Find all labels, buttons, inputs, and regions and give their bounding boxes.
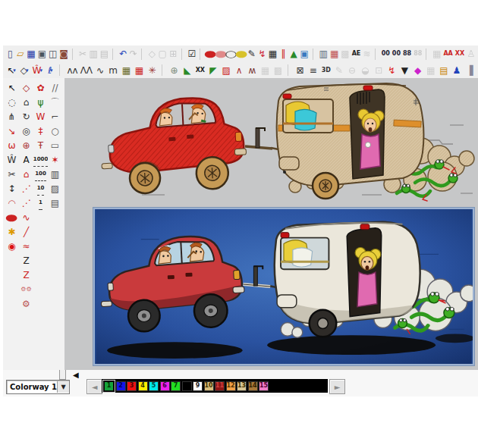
insert-from-scanner-icon[interactable]: ◙ — [58, 47, 69, 61]
stitch-grid-icon[interactable]: ▦ — [268, 47, 278, 61]
cut-tool-icon[interactable]: ✂ — [5, 168, 19, 181]
wave-fill-icon[interactable]: ʍ — [246, 64, 258, 77]
palette-scroll-left-button[interactable]: ◄ — [86, 379, 102, 394]
flower-tool-icon[interactable]: ✿ — [33, 81, 48, 95]
stitch-marks-icon[interactable]: ‖ — [278, 47, 288, 61]
step-fill-icon[interactable]: ▦ — [133, 64, 145, 77]
backstitch-icon[interactable]: m — [107, 64, 119, 77]
diagonal-stitch-2-icon[interactable]: ⋰ — [19, 196, 33, 210]
filter-icon[interactable]: ▼ — [398, 64, 410, 77]
view-design-icon[interactable]: 00 — [381, 47, 391, 61]
color-swatch-10[interactable]: 10 — [204, 381, 214, 391]
color-swatch-13[interactable]: 13 — [237, 381, 247, 391]
triple-run-icon[interactable]: ΛΛ — [80, 64, 93, 77]
team-design-icon[interactable]: ♟ — [451, 64, 463, 77]
fan-tool-icon[interactable]: ◠ — [5, 196, 19, 210]
diagonal-stitch-icon[interactable]: ⋰ — [19, 182, 33, 196]
slash-stitch-icon[interactable]: ╱ — [19, 225, 33, 239]
satin-column-icon[interactable]: ω — [5, 139, 19, 152]
stitch-cursor-icon[interactable]: ↘ — [5, 124, 19, 138]
star-fill-icon[interactable]: ∧ — [233, 64, 245, 77]
crosshatch-fill-icon[interactable]: ▨ — [220, 64, 232, 77]
run-stitch-icon[interactable]: ʌʌ — [66, 64, 78, 77]
select-icon[interactable]: ↖▾ — [5, 64, 17, 77]
ellipse-tool-icon[interactable]: ○ — [48, 124, 62, 138]
closed-shape-icon[interactable]: ⌂ — [19, 96, 33, 109]
lettering-icon[interactable]: AE — [351, 47, 362, 61]
polygon-select-icon[interactable]: ◇▾ — [18, 64, 30, 77]
artwork-bitmap[interactable] — [93, 208, 474, 365]
design-canvas[interactable] — [64, 78, 478, 370]
rotate-tool-icon[interactable]: ↻ — [19, 110, 33, 124]
palette-scroll-right-button[interactable]: ► — [329, 379, 345, 394]
color-swatch-5[interactable]: 5 — [149, 381, 159, 391]
pole-stitch-icon[interactable]: Ŧ — [33, 139, 48, 152]
weave-stitch-icon[interactable]: Ŵ — [5, 153, 19, 167]
wave-stitch-icon[interactable]: ≈ — [19, 240, 33, 253]
tatami-fill-icon[interactable]: ▦ — [120, 64, 132, 77]
stitch-1-icon[interactable]: 1 — [33, 196, 48, 210]
pen-tool-icon[interactable]: ✎ — [247, 47, 257, 61]
applique-a-icon[interactable]: ◣ — [181, 64, 193, 77]
overlap-a-icon[interactable]: AA — [442, 47, 453, 61]
branching-icon[interactable]: ⋔ — [5, 110, 19, 124]
color-swatch-7[interactable]: 7 — [171, 381, 181, 391]
gear-large-icon[interactable]: ⚙ — [19, 297, 33, 311]
color-swatch-12[interactable]: 12 — [226, 381, 236, 391]
color-wheel-icon[interactable]: ◆ — [412, 64, 424, 77]
print-icon[interactable]: ▣ — [37, 47, 47, 61]
cross-stitch-icon[interactable]: XX — [194, 64, 206, 77]
scatter-stitch-icon[interactable]: ✶ — [48, 153, 62, 167]
colorway-select[interactable]: Colorway 1 ▼ — [6, 380, 70, 394]
three-d-effect-icon[interactable]: 3D — [320, 64, 332, 77]
lettering-a-icon[interactable]: A — [19, 153, 33, 167]
pane-splitter-icon[interactable]: ◀ — [73, 371, 79, 379]
object-properties-icon[interactable]: ☑ — [187, 47, 197, 61]
color-swatch-9[interactable]: 9 — [193, 381, 203, 391]
satin-shape-icon[interactable]: ● — [5, 211, 19, 224]
zigzag-stitch-icon[interactable]: W — [33, 110, 48, 124]
send-design-icon[interactable]: ▤ — [438, 64, 450, 77]
barcode-tool-icon[interactable]: ▥ — [48, 168, 62, 181]
updown-tool-icon[interactable]: ↕ — [5, 182, 19, 196]
color-object-icon[interactable]: ● — [237, 47, 247, 61]
undo-icon[interactable]: ↶ — [118, 47, 128, 61]
outline-view-icon[interactable]: ≡ — [307, 64, 319, 77]
color-swatch-3[interactable]: 3 — [127, 381, 137, 391]
stitch-1000-icon[interactable]: 1000 — [33, 153, 48, 167]
stitch-types-icon[interactable]: Ŵ▾ — [31, 64, 43, 77]
plant-tool-icon[interactable]: ψ — [33, 96, 48, 109]
output-panel-icon[interactable]: ▐ — [464, 64, 476, 77]
color-swatch-8[interactable]: 8 — [182, 381, 192, 391]
view-needle-points-icon[interactable]: 88 — [402, 47, 412, 61]
stitched-design[interactable] — [96, 80, 476, 205]
parallel-lines-icon[interactable]: // — [48, 81, 62, 95]
new-icon[interactable]: ▯ — [5, 47, 15, 61]
gears-small-icon[interactable]: ⚙⚙ — [19, 283, 33, 296]
frame-tool-icon[interactable]: ⌂ — [19, 168, 33, 181]
layers-tool-icon[interactable]: ▤ — [48, 196, 62, 210]
auto-hole-icon[interactable]: ⊕ — [168, 64, 181, 77]
lasso-select-icon[interactable]: ◌ — [5, 96, 19, 109]
motif-fill-icon[interactable]: ✳ — [146, 64, 158, 77]
bead-stitch-icon[interactable]: ∿ — [19, 211, 33, 224]
stitch-player-icon[interactable]: ↯ — [385, 64, 398, 77]
save-icon[interactable]: ▦ — [26, 47, 36, 61]
rectangle-tool-icon[interactable]: ▭ — [48, 139, 62, 152]
stitch-brush-icon[interactable]: ↯ — [257, 47, 267, 61]
show-artwork-icon[interactable]: ▲ — [289, 47, 299, 61]
stitch-10-icon[interactable]: 10 — [33, 182, 48, 196]
stitch-100-icon[interactable]: 100 — [33, 168, 48, 181]
thread-colors-icon[interactable]: ▦ — [329, 47, 339, 61]
motif-run-icon[interactable]: ∿ — [94, 64, 106, 77]
color-swatch-11[interactable]: 11 — [215, 381, 225, 391]
chevron-down-icon[interactable]: ▼ — [57, 381, 69, 393]
color-swatch-14[interactable]: 14 — [248, 381, 258, 391]
z-stitch-icon[interactable]: Z — [19, 254, 33, 268]
digitize-pen-icon[interactable]: ℓ▾ — [44, 64, 56, 77]
bug-tool-icon[interactable]: ✱ — [5, 225, 19, 239]
reshape-object-icon[interactable]: ◇ — [19, 81, 33, 95]
color-swatch-1[interactable]: 1 — [103, 381, 115, 392]
color-swatch-15[interactable]: 15 — [259, 381, 269, 391]
overlap-b-icon[interactable]: XX — [454, 47, 465, 61]
